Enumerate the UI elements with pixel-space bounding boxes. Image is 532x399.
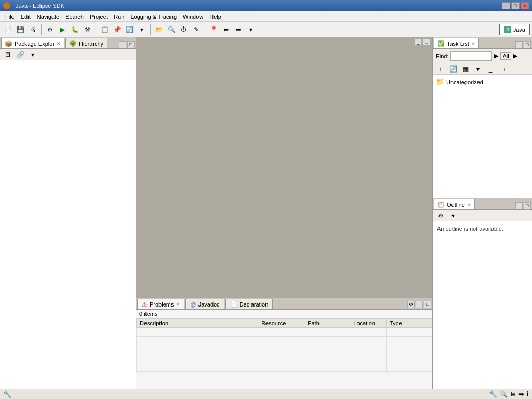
outline-maximize[interactable]: □ (524, 202, 531, 209)
outline-close[interactable]: ✕ (467, 202, 471, 207)
close-button[interactable]: × (521, 2, 529, 9)
status-icon-2[interactable]: 🔍 (499, 390, 508, 398)
uncategorized-label: Uncategorized (446, 79, 483, 85)
outline-menu-btn[interactable]: ⚙ (435, 210, 446, 221)
minimize-button[interactable]: _ (502, 2, 510, 9)
status-icon-1[interactable]: 🔧 (489, 390, 497, 398)
new-button[interactable]: 📄 (2, 24, 14, 35)
package-explorer-close[interactable]: ✕ (57, 41, 61, 46)
tab-problems[interactable]: ⚠ Problems ✕ (137, 299, 184, 309)
save-button[interactable]: 💾 (15, 24, 26, 35)
tab-declaration[interactable]: 📄 Declaration (225, 299, 273, 309)
problems-count: 0 items (136, 310, 432, 318)
uncategorized-item[interactable]: 📁 Uncategorized (435, 77, 530, 87)
run-button[interactable]: ▶ (57, 24, 68, 35)
debug-button[interactable]: 🐛 (69, 24, 81, 35)
editor-minimize[interactable]: _ (415, 38, 422, 46)
col-type[interactable]: Type (386, 319, 432, 328)
title-bar-controls[interactable]: _ □ × (502, 2, 529, 9)
col-description[interactable]: Description (137, 319, 258, 328)
search-button[interactable]: 🔍 (166, 24, 177, 35)
link-with-editor-button[interactable]: 🔗 (15, 49, 26, 60)
status-icon-4[interactable]: ➡ (518, 390, 524, 398)
status-icon-3[interactable]: 🖥 (510, 390, 516, 398)
task-minimize[interactable]: _ (485, 63, 496, 75)
collapse-all-button[interactable]: ⊟ (2, 49, 14, 60)
menu-window[interactable]: Window (180, 12, 206, 21)
separator-1 (41, 24, 42, 35)
editor-maximize[interactable]: □ (423, 38, 430, 46)
find-all-arrow[interactable]: ▶ (513, 52, 517, 59)
bottom-panel: ⚠ Problems ✕ @ Javadoc 📄 Declaration ⚙ _… (136, 298, 432, 389)
app-icon (3, 2, 10, 9)
table-row (137, 328, 432, 337)
task-columns-button[interactable]: ▦ (460, 63, 471, 75)
task-list-close[interactable]: ✕ (471, 41, 475, 46)
tab-package-explorer[interactable]: 📦 Package Explor ✕ (1, 38, 64, 48)
menu-run[interactable]: Run (111, 12, 127, 21)
task-menu-btn[interactable]: ▾ (472, 63, 484, 75)
run-ext-button[interactable]: ⚙ (44, 24, 56, 35)
task-list-minimize[interactable]: _ (515, 41, 523, 48)
bottom-panel-minimize[interactable]: _ (416, 301, 423, 308)
outline-tab-bar: 📋 Outline ✕ _ □ (433, 198, 532, 210)
tab-hierarchy[interactable]: 🌳 Hierarchy (65, 38, 107, 48)
menu-help[interactable]: Help (206, 12, 224, 21)
menu-bar: File Edit Navigate Search Project Run Lo… (0, 11, 532, 22)
perspective-java-button[interactable]: J Java (499, 24, 530, 35)
title-bar-title: Java - Eclipse SDK (3, 2, 64, 9)
left-panel-minimize[interactable]: _ (119, 41, 126, 48)
problems-table: Description Resource Path Location Type (136, 318, 432, 372)
print-button[interactable]: 🖨 (27, 24, 38, 35)
menu-project[interactable]: Project (87, 12, 111, 21)
tab-task-list[interactable]: ✅ Task List ✕ (434, 38, 479, 48)
task-refresh-button[interactable]: 🔄 (447, 63, 459, 75)
problems-close[interactable]: ✕ (176, 302, 180, 307)
ext-tools-button[interactable]: ⚒ (82, 24, 93, 35)
paste-button[interactable]: 📌 (111, 24, 123, 35)
outline-controls: _ □ (515, 202, 531, 209)
view-menu-button[interactable]: ▾ (27, 49, 38, 60)
refresh-button[interactable]: 🔄 (124, 24, 135, 35)
task-list-maximize[interactable]: □ (524, 41, 531, 48)
col-resource[interactable]: Resource (258, 319, 304, 328)
extra-button[interactable]: ▾ (136, 24, 148, 35)
menu-search[interactable]: Search (62, 12, 87, 21)
menu-edit[interactable]: Edit (18, 12, 34, 21)
status-wrench-icon[interactable]: 🔧 (3, 390, 12, 398)
task-list-toolbar: + 🔄 ▦ ▾ _ □ (433, 63, 532, 75)
left-panel-maximize[interactable]: □ (127, 41, 135, 48)
find-all-button[interactable]: All (500, 52, 511, 60)
nav-btn3[interactable]: ➡ (233, 24, 244, 35)
outline-content: An outline is not available. (433, 221, 532, 389)
nav-btn1[interactable]: 📍 (208, 24, 219, 35)
open-button[interactable]: 📂 (153, 24, 165, 35)
task-new-button[interactable]: + (435, 63, 446, 75)
nav-btn4[interactable]: ▾ (245, 24, 257, 35)
copy-button[interactable]: 📋 (99, 24, 110, 35)
folder-icon: 📁 (436, 78, 444, 86)
bottom-panel-maximize[interactable]: □ (424, 301, 431, 308)
tab-outline[interactable]: 📋 Outline ✕ (434, 199, 475, 209)
find-arrow[interactable]: ▶ (494, 52, 498, 59)
col-location[interactable]: Location (350, 319, 386, 328)
maximize-button[interactable]: □ (511, 2, 520, 9)
nav-btn2[interactable]: ⬅ (220, 24, 232, 35)
history-button[interactable]: ⏱ (178, 24, 190, 35)
menu-file[interactable]: File (2, 12, 18, 21)
mark-button[interactable]: ✎ (191, 24, 202, 35)
status-icon-5[interactable]: ℹ (526, 390, 529, 398)
left-panel: 📦 Package Explor ✕ 🌳 Hierarchy _ □ ⊟ 🔗 ▾ (0, 37, 136, 389)
status-icons: 🔧 🔍 🖥 ➡ ℹ (489, 390, 529, 398)
menu-navigate[interactable]: Navigate (34, 12, 62, 21)
editor-controls: _ □ (415, 38, 430, 46)
outline-minimize[interactable]: _ (515, 202, 523, 209)
outline-expand-btn[interactable]: ▾ (447, 210, 459, 221)
find-input[interactable] (450, 51, 492, 61)
task-maximize[interactable]: □ (497, 63, 509, 75)
bottom-panel-menu[interactable]: ⚙ (407, 301, 415, 308)
menu-logging[interactable]: Logging & Tracing (127, 12, 180, 21)
col-path[interactable]: Path (304, 319, 350, 328)
outline-panel: 📋 Outline ✕ _ □ ⚙ ▾ An outline is not av… (433, 198, 532, 389)
tab-javadoc[interactable]: @ Javadoc (185, 299, 224, 309)
